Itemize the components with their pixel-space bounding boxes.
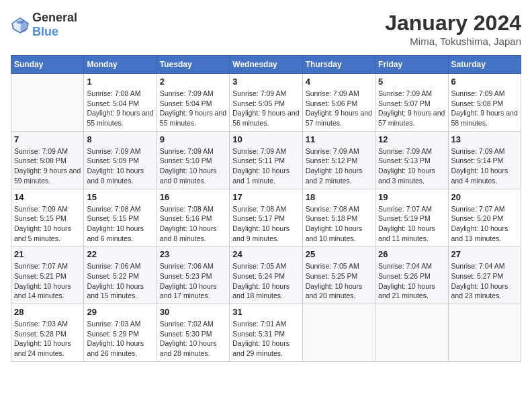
- logo: General Blue: [11, 11, 77, 39]
- day-info: Sunrise: 7:03 AMSunset: 5:28 PMDaylight:…: [14, 319, 81, 359]
- weekday-header-saturday: Saturday: [448, 56, 521, 74]
- weekday-header-friday: Friday: [375, 56, 448, 74]
- day-info: Sunrise: 7:09 AMSunset: 5:10 PMDaylight:…: [160, 146, 226, 186]
- day-number: 9: [160, 134, 226, 144]
- day-info: Sunrise: 7:09 AMSunset: 5:13 PMDaylight:…: [378, 146, 445, 186]
- page-header: General Blue January 2024 Mima, Tokushim…: [11, 11, 521, 47]
- day-info: Sunrise: 7:09 AMSunset: 5:05 PMDaylight:…: [232, 89, 299, 128]
- calendar-day-cell: 31Sunrise: 7:01 AMSunset: 5:31 PMDayligh…: [230, 304, 302, 362]
- calendar-day-cell: 1Sunrise: 7:08 AMSunset: 5:04 PMDaylight…: [84, 74, 157, 132]
- day-number: 21: [14, 249, 81, 259]
- day-info: Sunrise: 7:09 AMSunset: 5:15 PMDaylight:…: [14, 204, 81, 244]
- day-number: 14: [14, 192, 81, 202]
- calendar-day-cell: 7Sunrise: 7:09 AMSunset: 5:08 PMDaylight…: [11, 131, 84, 189]
- day-number: 5: [378, 77, 445, 87]
- day-info: Sunrise: 7:04 AMSunset: 5:26 PMDaylight:…: [378, 261, 445, 301]
- calendar-day-cell: 20Sunrise: 7:07 AMSunset: 5:20 PMDayligh…: [448, 189, 521, 246]
- weekday-header-monday: Monday: [84, 56, 157, 74]
- day-number: 19: [378, 192, 445, 202]
- day-info: Sunrise: 7:09 AMSunset: 5:08 PMDaylight:…: [451, 89, 518, 128]
- calendar-day-cell: [448, 304, 521, 362]
- calendar-day-cell: 15Sunrise: 7:08 AMSunset: 5:15 PMDayligh…: [84, 189, 157, 246]
- day-info: Sunrise: 7:01 AMSunset: 5:31 PMDaylight:…: [232, 319, 299, 359]
- calendar-day-cell: 27Sunrise: 7:04 AMSunset: 5:27 PMDayligh…: [448, 246, 521, 304]
- day-number: 1: [87, 77, 153, 87]
- calendar-day-cell: [11, 74, 84, 132]
- day-info: Sunrise: 7:07 AMSunset: 5:19 PMDaylight:…: [378, 204, 445, 244]
- calendar-day-cell: 6Sunrise: 7:09 AMSunset: 5:08 PMDaylight…: [448, 74, 521, 132]
- weekday-header-tuesday: Tuesday: [157, 56, 229, 74]
- calendar-day-cell: [302, 304, 375, 362]
- calendar-day-cell: 16Sunrise: 7:08 AMSunset: 5:16 PMDayligh…: [157, 189, 229, 246]
- day-number: 16: [160, 192, 226, 202]
- day-number: 23: [160, 249, 226, 259]
- day-info: Sunrise: 7:08 AMSunset: 5:18 PMDaylight:…: [306, 204, 372, 244]
- day-number: 20: [451, 192, 518, 202]
- location-title: Mima, Tokushima, Japan: [385, 36, 521, 47]
- day-info: Sunrise: 7:08 AMSunset: 5:04 PMDaylight:…: [87, 89, 153, 128]
- logo-text: General Blue: [32, 11, 77, 39]
- calendar-day-cell: 24Sunrise: 7:05 AMSunset: 5:24 PMDayligh…: [230, 246, 302, 304]
- weekday-header-sunday: Sunday: [11, 56, 84, 74]
- calendar-day-cell: 5Sunrise: 7:09 AMSunset: 5:07 PMDaylight…: [375, 74, 448, 132]
- calendar-week-row: 28Sunrise: 7:03 AMSunset: 5:28 PMDayligh…: [11, 304, 521, 362]
- calendar-day-cell: 21Sunrise: 7:07 AMSunset: 5:21 PMDayligh…: [11, 246, 84, 304]
- day-number: 6: [451, 77, 518, 87]
- calendar-day-cell: 4Sunrise: 7:09 AMSunset: 5:06 PMDaylight…: [302, 74, 375, 132]
- day-info: Sunrise: 7:09 AMSunset: 5:08 PMDaylight:…: [14, 146, 81, 186]
- calendar-day-cell: 19Sunrise: 7:07 AMSunset: 5:19 PMDayligh…: [375, 189, 448, 246]
- calendar-day-cell: 26Sunrise: 7:04 AMSunset: 5:26 PMDayligh…: [375, 246, 448, 304]
- day-info: Sunrise: 7:07 AMSunset: 5:20 PMDaylight:…: [451, 204, 518, 244]
- day-number: 24: [232, 249, 299, 259]
- day-info: Sunrise: 7:09 AMSunset: 5:04 PMDaylight:…: [160, 89, 226, 128]
- calendar-day-cell: 14Sunrise: 7:09 AMSunset: 5:15 PMDayligh…: [11, 189, 84, 246]
- day-number: 28: [14, 307, 81, 317]
- day-number: 18: [306, 192, 372, 202]
- day-number: 31: [232, 307, 299, 317]
- calendar-day-cell: 17Sunrise: 7:08 AMSunset: 5:17 PMDayligh…: [230, 189, 302, 246]
- day-number: 25: [306, 249, 372, 259]
- calendar-day-cell: 29Sunrise: 7:03 AMSunset: 5:29 PMDayligh…: [84, 304, 157, 362]
- day-info: Sunrise: 7:09 AMSunset: 5:12 PMDaylight:…: [306, 146, 372, 186]
- day-number: 22: [87, 249, 153, 259]
- weekday-header-wednesday: Wednesday: [230, 56, 302, 74]
- day-info: Sunrise: 7:06 AMSunset: 5:23 PMDaylight:…: [160, 261, 226, 301]
- title-block: January 2024 Mima, Tokushima, Japan: [385, 11, 521, 47]
- day-number: 17: [232, 192, 299, 202]
- day-info: Sunrise: 7:07 AMSunset: 5:21 PMDaylight:…: [14, 261, 81, 301]
- day-number: 2: [160, 77, 226, 87]
- day-info: Sunrise: 7:04 AMSunset: 5:27 PMDaylight:…: [451, 261, 518, 301]
- day-number: 10: [232, 134, 299, 144]
- calendar-day-cell: 9Sunrise: 7:09 AMSunset: 5:10 PMDaylight…: [157, 131, 229, 189]
- calendar-day-cell: 12Sunrise: 7:09 AMSunset: 5:13 PMDayligh…: [375, 131, 448, 189]
- day-number: 4: [306, 77, 372, 87]
- day-number: 13: [451, 134, 518, 144]
- day-info: Sunrise: 7:03 AMSunset: 5:29 PMDaylight:…: [87, 319, 153, 359]
- calendar-day-cell: 11Sunrise: 7:09 AMSunset: 5:12 PMDayligh…: [302, 131, 375, 189]
- day-info: Sunrise: 7:05 AMSunset: 5:24 PMDaylight:…: [232, 261, 299, 301]
- day-number: 12: [378, 134, 445, 144]
- logo-icon: [11, 15, 30, 34]
- weekday-header-row: SundayMondayTuesdayWednesdayThursdayFrid…: [11, 56, 521, 74]
- calendar-day-cell: 2Sunrise: 7:09 AMSunset: 5:04 PMDaylight…: [157, 74, 229, 132]
- day-info: Sunrise: 7:02 AMSunset: 5:30 PMDaylight:…: [160, 319, 226, 359]
- calendar-week-row: 1Sunrise: 7:08 AMSunset: 5:04 PMDaylight…: [11, 74, 521, 132]
- calendar-day-cell: 13Sunrise: 7:09 AMSunset: 5:14 PMDayligh…: [448, 131, 521, 189]
- calendar-week-row: 21Sunrise: 7:07 AMSunset: 5:21 PMDayligh…: [11, 246, 521, 304]
- weekday-header-thursday: Thursday: [302, 56, 375, 74]
- day-info: Sunrise: 7:09 AMSunset: 5:09 PMDaylight:…: [87, 146, 153, 186]
- day-number: 30: [160, 307, 226, 317]
- day-number: 11: [306, 134, 372, 144]
- day-number: 29: [87, 307, 153, 317]
- calendar-day-cell: [375, 304, 448, 362]
- calendar-day-cell: 25Sunrise: 7:05 AMSunset: 5:25 PMDayligh…: [302, 246, 375, 304]
- calendar-day-cell: 30Sunrise: 7:02 AMSunset: 5:30 PMDayligh…: [157, 304, 229, 362]
- day-info: Sunrise: 7:08 AMSunset: 5:17 PMDaylight:…: [232, 204, 299, 244]
- day-number: 7: [14, 134, 81, 144]
- month-title: January 2024: [385, 11, 521, 36]
- day-info: Sunrise: 7:09 AMSunset: 5:11 PMDaylight:…: [232, 146, 299, 186]
- calendar-day-cell: 23Sunrise: 7:06 AMSunset: 5:23 PMDayligh…: [157, 246, 229, 304]
- calendar-day-cell: 28Sunrise: 7:03 AMSunset: 5:28 PMDayligh…: [11, 304, 84, 362]
- logo-general: General: [32, 11, 77, 24]
- day-number: 3: [232, 77, 299, 87]
